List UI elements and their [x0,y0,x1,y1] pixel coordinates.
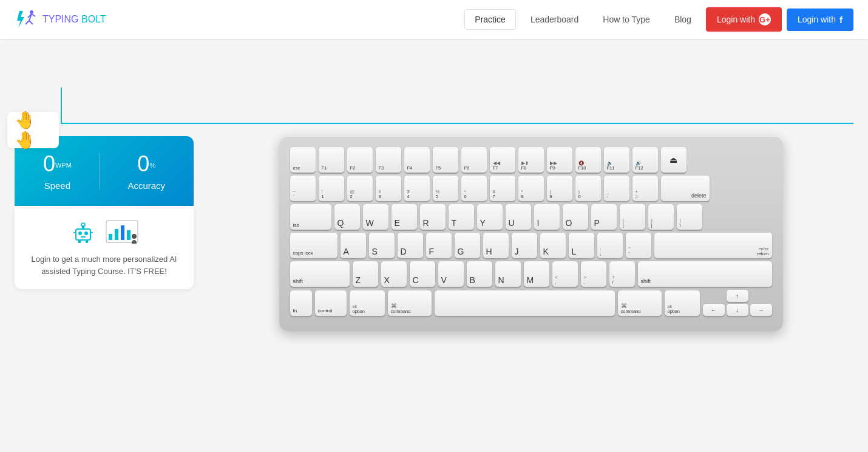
key-r[interactable]: R [420,204,446,230]
key-l[interactable]: L [569,233,594,258]
key-1[interactable]: !1 [319,176,344,201]
key-command-right[interactable]: ⌘ command [618,290,662,316]
key-arrow-down[interactable]: ↓ [727,304,748,316]
key-m[interactable]: M [524,261,549,287]
key-f11[interactable]: 🔉F11 [604,147,629,173]
key-t[interactable]: T [449,204,474,230]
key-y[interactable]: Y [477,204,503,230]
key-option-left[interactable]: alt option [350,290,385,316]
keyboard-wrapper: esc F1 F2 F3 F4 F5 F6 ◀◀F7 ▶⏸F8 ▶▶F9 🔇F1… [208,136,853,331]
key-q[interactable]: Q [334,204,360,230]
nav-blog[interactable]: Blog [665,10,701,29]
svg-point-8 [78,231,82,235]
nav-how-to-type[interactable]: How to Type [593,10,660,29]
login-facebook-button[interactable]: Login with f [787,9,853,31]
key-v[interactable]: V [438,261,464,287]
key-arrow-up[interactable]: ↑ [727,290,748,302]
key-n[interactable]: N [495,261,521,287]
key-f10[interactable]: 🔇F10 [575,147,601,173]
key-6[interactable]: ^6 [461,176,487,201]
key-h[interactable]: H [483,233,509,258]
key-f6[interactable]: F6 [461,147,487,173]
key-g[interactable]: G [455,233,480,258]
accuracy-stat: 0% Accuracy [127,151,165,191]
key-comma[interactable]: <, [552,261,578,287]
key-slash[interactable]: ?/ [609,261,635,287]
key-tab[interactable]: tab [290,204,331,230]
key-minus[interactable]: _- [604,176,629,201]
stats-divider [100,153,100,190]
key-o[interactable]: O [563,204,588,230]
key-s[interactable]: S [369,233,395,258]
key-delete[interactable]: delete [661,176,710,201]
key-k[interactable]: K [540,233,566,258]
key-capslock[interactable]: caps lock [290,233,337,258]
key-z[interactable]: Z [353,261,378,287]
key-f[interactable]: F [426,233,452,258]
key-7[interactable]: &7 [490,176,515,201]
key-backslash[interactable]: |\ [677,204,702,230]
svg-rect-15 [78,240,81,243]
key-enter[interactable]: enterreturn [654,233,772,258]
key-control[interactable]: control [315,290,347,316]
key-x[interactable]: X [381,261,407,287]
key-arrow-left[interactable]: ← [703,304,725,316]
key-f9[interactable]: ▶▶F9 [547,147,572,173]
accuracy-number: 0 [137,151,149,176]
key-quote[interactable]: "' [626,233,651,258]
key-0[interactable]: )0 [575,176,601,201]
key-9[interactable]: (9 [547,176,572,201]
number-row: ~` !1 @2 #3 $4 %5 ^6 &7 *8 (9 )0 _- += d… [290,176,772,201]
speed-unit: WPM [55,162,72,169]
key-3[interactable]: #3 [376,176,401,201]
key-shift-left[interactable]: shift [290,261,350,287]
key-eject[interactable]: ⏏ [661,147,687,173]
logo-typing-text: TYPING [42,14,79,24]
key-backtick[interactable]: ~` [290,176,316,201]
key-p[interactable]: P [591,204,617,230]
key-f5[interactable]: F5 [433,147,458,173]
svg-rect-7 [76,229,90,240]
key-e[interactable]: E [392,204,417,230]
key-equals[interactable]: += [632,176,658,201]
key-2[interactable]: @2 [347,176,373,201]
key-shift-right[interactable]: shift [638,261,772,287]
key-4[interactable]: $4 [404,176,430,201]
key-option-right[interactable]: alt option [665,290,700,316]
logo[interactable]: TYPING BOLT [15,7,106,32]
nav-leaderboard[interactable]: Leaderboard [521,10,588,29]
key-esc[interactable]: esc [290,147,316,173]
key-i[interactable]: I [534,204,560,230]
key-semicolon[interactable]: :; [597,233,623,258]
key-a[interactable]: A [341,233,366,258]
typing-area-wrapper: 🤚🤚 [0,39,868,124]
key-c[interactable]: C [410,261,435,287]
main-content: 0WPM Speed 0% Accuracy [0,126,868,346]
key-d[interactable]: D [398,233,423,258]
key-f12[interactable]: 🔊F12 [632,147,658,173]
promo-text: Login to get a much more personalized AI… [27,253,181,277]
key-f4[interactable]: F4 [404,147,430,173]
key-f1[interactable]: F1 [319,147,344,173]
key-u[interactable]: U [506,204,531,230]
key-arrow-right[interactable]: → [750,304,772,316]
key-fn[interactable]: fn [290,290,312,316]
key-f2[interactable]: F2 [347,147,373,173]
zxcv-row: shift Z X C V B N M <, >. ?/ shift [290,261,772,287]
key-8[interactable]: *8 [518,176,544,201]
key-f8[interactable]: ▶⏸F8 [518,147,544,173]
svg-rect-18 [109,234,112,240]
key-j[interactable]: J [512,233,537,258]
key-lbracket[interactable]: {[ [620,204,645,230]
nav-practice[interactable]: Practice [464,9,516,30]
key-command-left[interactable]: ⌘ command [388,290,432,316]
key-f3[interactable]: F3 [376,147,401,173]
login-google-button[interactable]: Login with G+ [706,7,782,32]
key-w[interactable]: W [363,204,388,230]
key-f7[interactable]: ◀◀F7 [490,147,515,173]
key-space[interactable] [435,290,615,316]
key-rbracket[interactable]: }] [648,204,674,230]
key-b[interactable]: B [467,261,492,287]
key-5[interactable]: %5 [433,176,458,201]
key-period[interactable]: >. [581,261,606,287]
